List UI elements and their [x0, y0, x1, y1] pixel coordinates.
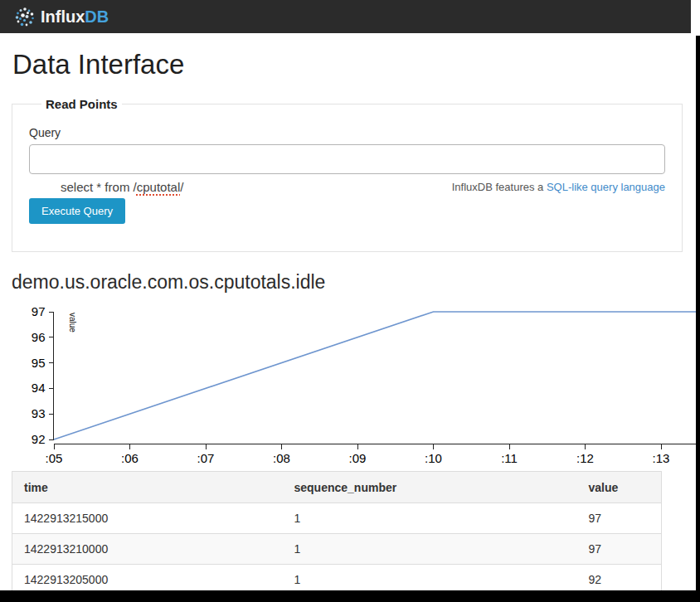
screenshot-corner-patch	[696, 0, 700, 36]
table-cell: 97	[577, 534, 662, 565]
svg-text:97: 97	[32, 304, 46, 318]
table-cell: 1422913205000	[12, 565, 283, 591]
svg-text:93: 93	[32, 406, 46, 420]
table-cell: 1422913210000	[12, 534, 283, 565]
query-text-after: /	[180, 180, 183, 194]
read-points-fieldset: Read Points Query select * from /cputota…	[12, 97, 683, 252]
table-row: 1422913210000197	[12, 534, 662, 565]
line-chart: 979695949392:05:06:07:08:09:10:11:12:13v…	[0, 300, 696, 466]
table-cell: 1	[283, 565, 577, 591]
table-header-value: value	[577, 472, 662, 503]
table-header-time: time	[12, 472, 283, 503]
query-input[interactable]: select * from /cputotal/	[29, 144, 665, 174]
query-label: Query	[29, 126, 665, 139]
page: InfluxDB Data Interface Read Points Quer…	[0, 0, 696, 590]
svg-text::08: :08	[273, 451, 290, 465]
svg-text::06: :06	[121, 451, 139, 465]
svg-text::05: :05	[46, 451, 63, 465]
brand-text-influx: Influx	[41, 7, 85, 27]
svg-text::13: :13	[653, 451, 670, 465]
influxdb-logo[interactable]: InfluxDB	[14, 6, 109, 28]
influxdb-logo-icon	[14, 6, 36, 28]
svg-text::12: :12	[576, 451, 594, 465]
svg-text:94: 94	[32, 381, 46, 395]
svg-text:92: 92	[32, 432, 46, 446]
chart-title: demo.us.oracle.com.os.cputotals.idle	[12, 270, 696, 294]
svg-text:96: 96	[32, 330, 46, 344]
query-text-before: select * from /	[61, 180, 137, 194]
svg-text::09: :09	[349, 451, 367, 465]
svg-text:value: value	[68, 313, 77, 333]
table-cell: 97	[577, 503, 662, 534]
read-points-legend: Read Points	[41, 97, 122, 111]
sql-query-language-link[interactable]: SQL-like query language	[547, 181, 665, 193]
table-cell: 1	[283, 534, 577, 565]
query-misspelled-word: cputotal	[137, 180, 181, 194]
results-table: timesequence_numbervalue 142291321500019…	[12, 471, 662, 590]
table-row: 1422913205000192	[12, 565, 662, 591]
execute-query-button[interactable]: Execute Query	[29, 198, 125, 224]
table-cell: 92	[577, 565, 662, 591]
page-title: Data Interface	[12, 49, 696, 80]
svg-text::11: :11	[501, 451, 518, 465]
top-navbar: InfluxDB	[0, 0, 691, 33]
svg-text:95: 95	[32, 356, 46, 370]
line-chart-svg: 979695949392:05:06:07:08:09:10:11:12:13v…	[0, 300, 696, 466]
help-text: InfluxDB features a	[452, 181, 547, 193]
svg-text::10: :10	[425, 451, 442, 465]
brand-text-db: DB	[85, 7, 109, 27]
table-header-row: timesequence_numbervalue	[12, 472, 662, 503]
table-cell: 1	[283, 503, 577, 534]
table-row: 1422913215000197	[12, 503, 662, 534]
table-header-sequence_number: sequence_number	[283, 472, 577, 503]
svg-text::07: :07	[197, 451, 215, 465]
table-cell: 1422913215000	[12, 503, 283, 534]
